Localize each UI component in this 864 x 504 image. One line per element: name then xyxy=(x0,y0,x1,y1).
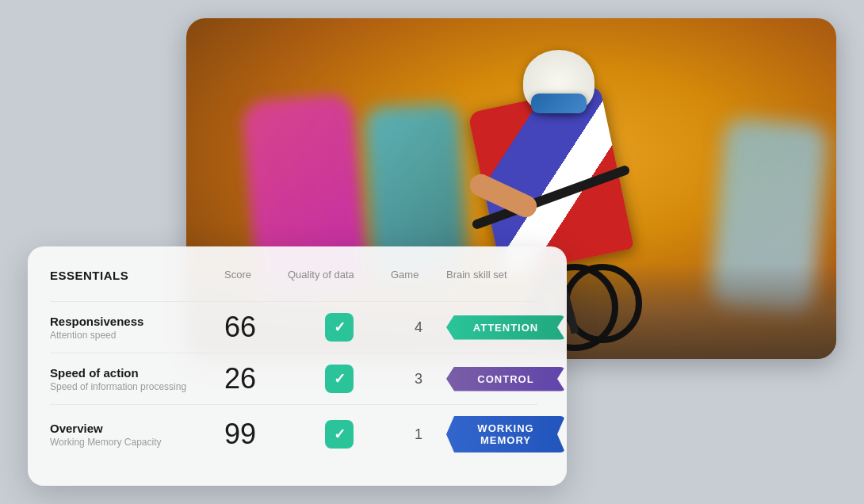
col-header-quality: Quality of data xyxy=(288,269,391,282)
brain-skill-overview: WORKING MEMORY xyxy=(446,416,565,452)
game-speed: 3 xyxy=(391,371,446,388)
row-label-speed: Speed of action Speed of information pro… xyxy=(50,366,224,392)
score-speed: 26 xyxy=(224,365,288,393)
row-label-responsiveness: Responsiveness Attention speed xyxy=(50,315,224,341)
row-subtitle-speed: Speed of information processing xyxy=(50,381,224,392)
brain-skill-responsiveness: ATTENTION xyxy=(446,315,565,340)
table-row-responsiveness: Responsiveness Attention speed 66 ✓ 4 AT… xyxy=(50,301,538,353)
row-label-overview: Overview Working Memory Capacity xyxy=(50,422,224,448)
col-header-essentials: ESSENTIALS xyxy=(50,269,224,282)
quality-speed: ✓ xyxy=(288,365,391,393)
score-overview: 99 xyxy=(224,420,288,449)
data-table-card: ESSENTIALS Score Quality of data Game Br… xyxy=(28,246,567,486)
table-header: ESSENTIALS Score Quality of data Game Br… xyxy=(50,269,538,288)
col-header-score: Score xyxy=(224,269,288,282)
cyclist-visor xyxy=(531,94,587,113)
row-subtitle-overview: Working Memory Capacity xyxy=(50,437,224,448)
row-title-overview: Overview xyxy=(50,422,224,435)
score-responsiveness: 66 xyxy=(224,313,288,342)
row-title-speed: Speed of action xyxy=(50,366,224,380)
col-header-game: Game xyxy=(391,269,446,282)
skill-badge-working-memory: WORKING MEMORY xyxy=(446,416,565,452)
check-badge-responsiveness: ✓ xyxy=(325,313,354,342)
table-row-overview: Overview Working Memory Capacity 99 ✓ 1 … xyxy=(50,404,538,464)
skill-badge-attention: ATTENTION xyxy=(446,315,565,340)
game-overview: 1 xyxy=(391,426,446,443)
quality-overview: ✓ xyxy=(288,420,391,449)
check-badge-overview: ✓ xyxy=(325,420,354,449)
row-title-responsiveness: Responsiveness xyxy=(50,315,224,328)
main-container: ESSENTIALS Score Quality of data Game Br… xyxy=(28,18,836,486)
quality-responsiveness: ✓ xyxy=(288,313,391,342)
skill-badge-control: CONTROL xyxy=(446,367,565,391)
table-row-speed-of-action: Speed of action Speed of information pro… xyxy=(50,353,538,404)
brain-skill-speed: CONTROL xyxy=(446,367,565,391)
game-responsiveness: 4 xyxy=(391,319,446,336)
check-badge-speed: ✓ xyxy=(325,365,354,393)
col-header-brain-skill: Brain skill set xyxy=(446,269,538,282)
row-subtitle-responsiveness: Attention speed xyxy=(50,330,224,341)
